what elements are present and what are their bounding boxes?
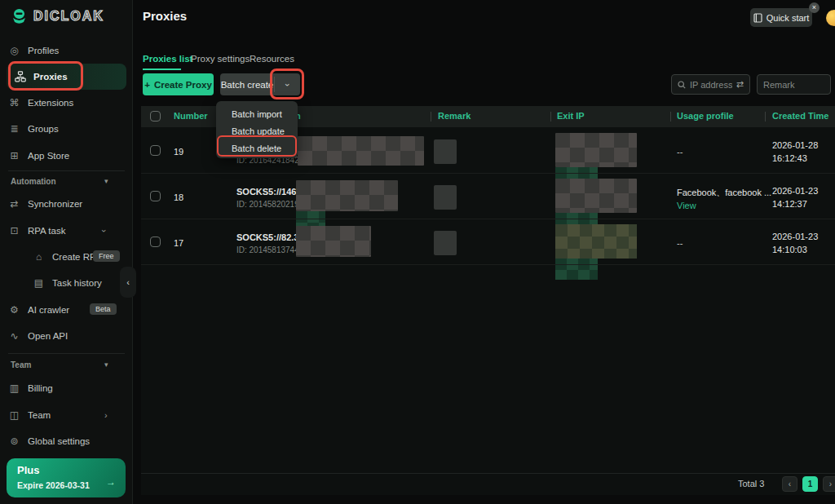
sidebar-item-task-history[interactable]: ▤ Task history — [33, 273, 125, 293]
billing-icon: ▥ — [8, 382, 20, 394]
team-section-label: Team — [11, 360, 31, 369]
menu-item-batch-delete[interactable]: Batch delete — [216, 140, 298, 157]
pager-next-button[interactable]: › — [823, 476, 835, 492]
redacted-remark — [434, 185, 457, 210]
groups-icon: ≣ — [8, 123, 20, 135]
redacted-proxy — [296, 226, 371, 257]
col-usage-profile: Usage profile — [677, 111, 734, 121]
sidebar-item-extensions[interactable]: ⌘ Extensions — [8, 93, 125, 113]
select-all-checkbox[interactable] — [150, 111, 161, 122]
ip-address-input[interactable] — [690, 80, 732, 90]
tab-proxies-list[interactable]: Proxies list — [143, 54, 192, 64]
usage-profile-value: -- — [677, 147, 683, 157]
created-date: 2026-01-23 — [772, 232, 818, 241]
brand-name: DICLOAK — [33, 9, 104, 24]
batch-create-menu: Batch import Batch update Batch delete — [216, 101, 298, 158]
chevron-left-icon: ‹ — [789, 480, 791, 489]
row-number: 19 — [174, 147, 183, 157]
pager-prev-button[interactable]: ‹ — [782, 476, 797, 492]
footer-divider — [141, 473, 835, 474]
usage-profile-value: Facebook、facebook ... — [677, 187, 771, 199]
quick-start-label: Quick start — [767, 13, 810, 23]
col-created-time: Created Time — [772, 111, 829, 121]
page-title: Proxies — [143, 9, 187, 23]
menu-item-batch-update[interactable]: Batch update — [216, 123, 298, 140]
redacted-proxy — [296, 180, 398, 211]
col-remark: Remark — [438, 111, 471, 121]
redacted-exit-ip — [555, 133, 637, 167]
create-proxy-button[interactable]: + Create Proxy — [143, 73, 214, 95]
team-caret-icon[interactable]: ▾ — [104, 360, 108, 369]
avatar[interactable] — [826, 10, 835, 26]
quick-start-button[interactable]: Quick start — [750, 8, 812, 27]
column-divider — [765, 112, 766, 122]
sidebar-item-open-api[interactable]: ∿ Open API — [8, 326, 125, 346]
sidebar-item-label: Synchronizer — [28, 199, 82, 209]
profiles-icon: ◎ — [8, 45, 20, 56]
open-api-icon: ∿ — [8, 330, 20, 342]
plan-name: Plus — [17, 464, 39, 476]
synchronizer-icon: ⇄ — [8, 198, 20, 210]
sidebar-item-groups[interactable]: ≣ Groups — [8, 119, 125, 139]
row-number: 17 — [174, 238, 183, 248]
create-proxy-label: Create Proxy — [154, 80, 212, 90]
sidebar-item-label: Groups — [28, 124, 59, 134]
sidebar-item-rpa-task[interactable]: ⊡ RPA task › — [8, 221, 125, 241]
chevron-right-icon: › — [104, 410, 108, 420]
automation-section-label: Automation — [11, 177, 56, 186]
beta-badge: Beta — [90, 303, 117, 315]
sidebar: DICLOAK ◎ Profiles Proxies ⌘ Extensions … — [0, 0, 133, 504]
created-time: 14:12:37 — [772, 199, 807, 209]
sidebar-item-profiles[interactable]: ◎ Profiles — [8, 41, 125, 60]
created-time: 14:10:03 — [772, 245, 807, 254]
row-divider — [141, 264, 835, 265]
sidebar-item-global-settings[interactable]: ⊚ Global settings — [8, 431, 125, 451]
search-icon — [678, 81, 686, 89]
chevron-right-icon: › — [829, 480, 832, 489]
sidebar-item-app-store[interactable]: ⊞ App Store — [8, 146, 125, 166]
batch-create-dropdown-button[interactable]: › — [275, 73, 300, 95]
sidebar-item-label: Team — [28, 410, 51, 420]
swap-icon[interactable]: ⇄ — [736, 79, 744, 90]
sidebar-divider — [8, 170, 125, 171]
redacted-exit-ip — [555, 179, 637, 213]
remark-input[interactable] — [763, 80, 824, 90]
tab-proxy-settings[interactable]: Proxy settings — [191, 54, 250, 64]
row-checkbox[interactable] — [150, 191, 161, 201]
automation-caret-icon[interactable]: ▾ — [104, 177, 108, 185]
row-divider — [141, 219, 835, 219]
sidebar-item-label: Proxies — [33, 72, 68, 82]
team-icon: ◫ — [8, 409, 20, 421]
total-count: Total 3 — [738, 479, 764, 489]
sidebar-item-billing[interactable]: ▥ Billing — [8, 378, 125, 398]
pager-page-1[interactable]: 1 — [802, 476, 818, 492]
col-number: Number — [174, 111, 208, 121]
created-date: 2026-01-23 — [772, 186, 818, 196]
row-number: 18 — [174, 192, 183, 202]
sidebar-item-team[interactable]: ◫ Team › — [8, 405, 125, 425]
sidebar-collapse-handle[interactable]: ‹ — [120, 267, 136, 298]
usage-view-link[interactable]: View — [677, 201, 696, 210]
usage-profile-value: -- — [677, 238, 683, 248]
sidebar-item-label: AI crawler — [28, 305, 69, 315]
page-number: 1 — [808, 480, 813, 489]
col-exit-ip: Exit IP — [557, 111, 585, 121]
menu-item-batch-import[interactable]: Batch import — [216, 106, 298, 123]
created-time: 16:12:43 — [772, 153, 807, 163]
close-icon[interactable]: × — [809, 2, 820, 13]
batch-create-button[interactable]: Batch create — [220, 73, 274, 95]
ip-address-search: ⇄ — [671, 74, 750, 95]
chevron-left-icon: ‹ — [126, 277, 130, 287]
global-settings-icon: ⊚ — [8, 435, 20, 447]
sidebar-item-proxies[interactable]: Proxies — [15, 67, 131, 86]
tab-resources[interactable]: Resources — [250, 54, 294, 64]
remark-search — [757, 74, 831, 95]
rpa-task-icon: ⊡ — [8, 225, 20, 237]
plan-card[interactable]: Plus Expire 2026-03-31 → — [7, 458, 126, 497]
row-checkbox[interactable] — [150, 237, 161, 247]
proxies-icon — [15, 71, 26, 82]
sidebar-item-label: Billing — [28, 383, 53, 393]
row-checkbox[interactable] — [150, 145, 161, 156]
dicloak-mask-icon — [11, 7, 28, 24]
sidebar-item-synchronizer[interactable]: ⇄ Synchronizer — [8, 194, 125, 214]
